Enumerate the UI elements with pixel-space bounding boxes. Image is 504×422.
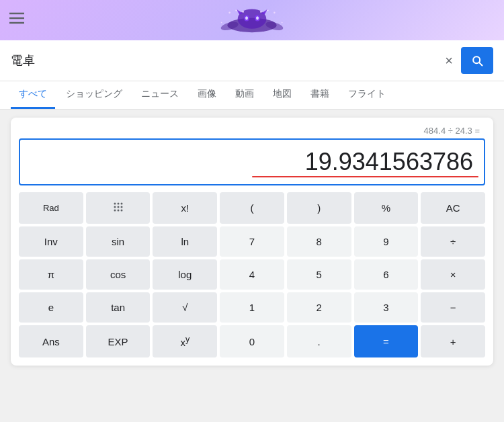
btn-divide[interactable]: ÷: [421, 226, 485, 257]
header-logo: ★ ★ ✦ ✦: [212, 2, 292, 39]
svg-point-27: [114, 203, 116, 205]
svg-point-30: [114, 206, 116, 208]
btn-5[interactable]: 5: [287, 259, 351, 290]
svg-point-29: [120, 203, 122, 205]
calculator: 484.4 ÷ 24.3 = 19.9341563786 Rad x! ( ) …: [11, 118, 493, 366]
svg-line-15: [267, 10, 274, 12]
tab-images[interactable]: 画像: [190, 81, 224, 109]
svg-text:✦: ✦: [281, 21, 284, 24]
btn-ln[interactable]: ln: [153, 226, 217, 257]
calc-display: 19.9341563786: [19, 138, 485, 185]
btn-ans[interactable]: Ans: [19, 325, 83, 357]
tab-maps[interactable]: 地図: [265, 81, 300, 109]
header-banner: ★ ★ ✦ ✦: [0, 0, 504, 40]
tab-all[interactable]: すべて: [11, 81, 55, 109]
btn-plus[interactable]: +: [421, 325, 485, 357]
btn-log[interactable]: log: [153, 259, 217, 290]
tab-flights[interactable]: フライト: [340, 81, 394, 109]
tab-videos[interactable]: 動画: [227, 81, 262, 109]
btn-6[interactable]: 6: [354, 259, 419, 290]
grid-icon: [113, 202, 124, 212]
svg-text:✦: ✦: [220, 21, 223, 24]
btn-factorial[interactable]: x!: [153, 192, 217, 224]
menu-icon[interactable]: [9, 12, 24, 27]
svg-point-18: [242, 11, 244, 13]
svg-point-33: [114, 210, 116, 212]
close-icon: ×: [445, 53, 453, 68]
btn-equals[interactable]: =: [354, 325, 419, 357]
search-clear-button[interactable]: ×: [442, 50, 456, 71]
btn-close-paren[interactable]: ): [287, 192, 351, 224]
svg-point-28: [117, 203, 119, 205]
svg-point-7: [256, 16, 259, 19]
btn-euler[interactable]: e: [19, 292, 83, 323]
btn-percent[interactable]: %: [354, 192, 419, 224]
btn-3[interactable]: 3: [354, 292, 419, 323]
btn-grid[interactable]: [86, 192, 151, 224]
logo-illustration: ★ ★ ✦ ✦: [212, 2, 292, 39]
btn-inv[interactable]: Inv: [19, 226, 83, 257]
btn-open-paren[interactable]: (: [220, 192, 284, 224]
btn-decimal[interactable]: .: [287, 325, 351, 357]
calc-result: 19.9341563786: [31, 148, 473, 176]
btn-0[interactable]: 0: [220, 325, 284, 357]
tab-news[interactable]: ニュース: [133, 81, 187, 109]
btn-8[interactable]: 8: [287, 226, 351, 257]
tab-shopping[interactable]: ショッピング: [58, 81, 130, 109]
search-input[interactable]: [11, 54, 437, 68]
btn-power[interactable]: xy: [153, 325, 217, 357]
btn-ac[interactable]: AC: [421, 192, 485, 224]
svg-point-16: [228, 11, 230, 13]
svg-point-20: [267, 9, 269, 11]
btn-sqrt[interactable]: √: [153, 292, 217, 323]
btn-1[interactable]: 1: [220, 292, 284, 323]
btn-multiply[interactable]: ×: [421, 259, 485, 290]
calc-underline-decoration: [252, 176, 478, 177]
btn-9[interactable]: 9: [354, 226, 419, 257]
search-button[interactable]: [461, 47, 493, 74]
svg-point-34: [117, 210, 119, 212]
btn-sin[interactable]: sin: [86, 226, 151, 257]
calc-expression: 484.4 ÷ 24.3 =: [19, 126, 485, 138]
btn-tan[interactable]: tan: [86, 292, 151, 323]
svg-point-17: [235, 9, 237, 11]
svg-point-31: [117, 206, 119, 208]
btn-exp[interactable]: EXP: [86, 325, 151, 357]
btn-4[interactable]: 4: [220, 259, 284, 290]
btn-pi[interactable]: π: [19, 259, 83, 290]
svg-point-19: [260, 11, 262, 13]
svg-text:★: ★: [225, 13, 228, 17]
btn-rad[interactable]: Rad: [19, 192, 83, 224]
nav-tabs: すべて ショッピング ニュース 画像 動画 地図 書籍 フライト: [0, 81, 504, 110]
svg-line-12: [230, 10, 237, 12]
btn-minus[interactable]: −: [421, 292, 485, 323]
calc-keypad: Rad x! ( ) % AC Inv sin ln 7 8 9 ÷ π cos…: [19, 192, 485, 357]
search-bar: ×: [0, 40, 504, 81]
search-icon: [470, 54, 484, 67]
svg-point-35: [120, 210, 122, 212]
btn-cos[interactable]: cos: [86, 259, 151, 290]
tab-books[interactable]: 書籍: [302, 81, 337, 109]
svg-text:★: ★: [274, 14, 278, 18]
svg-point-21: [274, 11, 276, 13]
svg-point-6: [245, 16, 248, 19]
btn-2[interactable]: 2: [287, 292, 351, 323]
svg-point-32: [120, 206, 122, 208]
svg-point-1: [238, 9, 267, 28]
btn-7[interactable]: 7: [220, 226, 284, 257]
